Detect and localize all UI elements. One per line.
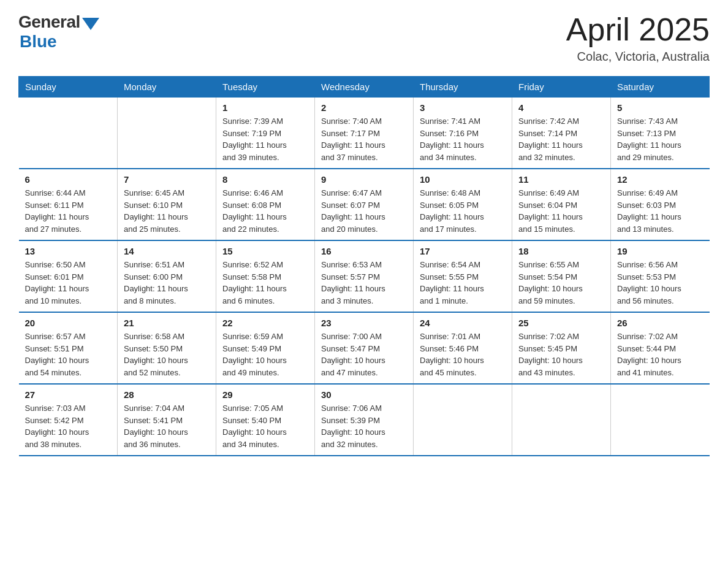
- calendar-cell: [414, 384, 512, 456]
- calendar-cell: [118, 98, 216, 169]
- day-of-week-header: Sunday: [19, 77, 118, 98]
- calendar-cell: 6Sunrise: 6:44 AM Sunset: 6:11 PM Daylig…: [19, 169, 118, 240]
- day-number: 28: [124, 389, 210, 400]
- day-number: 22: [222, 318, 308, 328]
- day-info: Sunrise: 7:02 AM Sunset: 5:45 PM Dayligh…: [518, 331, 604, 378]
- calendar-cell: 30Sunrise: 7:06 AM Sunset: 5:39 PM Dayli…: [315, 384, 414, 456]
- calendar-cell: 20Sunrise: 6:57 AM Sunset: 5:51 PM Dayli…: [19, 312, 118, 384]
- day-number: 16: [321, 246, 407, 256]
- day-number: 3: [420, 102, 506, 113]
- calendar-cell: 22Sunrise: 6:59 AM Sunset: 5:49 PM Dayli…: [216, 312, 315, 384]
- day-info: Sunrise: 6:45 AM Sunset: 6:10 PM Dayligh…: [124, 187, 210, 235]
- day-info: Sunrise: 7:00 AM Sunset: 5:47 PM Dayligh…: [321, 331, 407, 378]
- calendar-cell: [19, 98, 118, 169]
- day-info: Sunrise: 7:02 AM Sunset: 5:44 PM Dayligh…: [617, 331, 703, 378]
- calendar-cell: 16Sunrise: 6:53 AM Sunset: 5:57 PM Dayli…: [315, 240, 414, 312]
- day-info: Sunrise: 7:39 AM Sunset: 7:19 PM Dayligh…: [222, 115, 308, 163]
- day-number: 26: [617, 318, 703, 328]
- day-info: Sunrise: 6:53 AM Sunset: 5:57 PM Dayligh…: [321, 259, 407, 307]
- day-info: Sunrise: 6:44 AM Sunset: 6:11 PM Dayligh…: [25, 187, 112, 235]
- calendar-week-row: 1Sunrise: 7:39 AM Sunset: 7:19 PM Daylig…: [19, 98, 710, 169]
- month-title: April 2025: [566, 12, 710, 47]
- day-number: 6: [25, 174, 112, 185]
- calendar-table: SundayMondayTuesdayWednesdayThursdayFrid…: [18, 76, 710, 456]
- day-info: Sunrise: 7:40 AM Sunset: 7:17 PM Dayligh…: [321, 115, 407, 163]
- day-number: 15: [222, 246, 308, 256]
- logo: General Blue: [18, 12, 99, 52]
- day-of-week-header: Tuesday: [216, 77, 315, 98]
- title-block: April 2025 Colac, Victoria, Australia: [566, 12, 710, 64]
- day-number: 4: [518, 102, 604, 113]
- day-info: Sunrise: 6:52 AM Sunset: 5:58 PM Dayligh…: [222, 259, 308, 307]
- calendar-cell: 5Sunrise: 7:43 AM Sunset: 7:13 PM Daylig…: [611, 98, 710, 169]
- calendar-cell: 10Sunrise: 6:48 AM Sunset: 6:05 PM Dayli…: [414, 169, 512, 240]
- day-info: Sunrise: 7:43 AM Sunset: 7:13 PM Dayligh…: [617, 115, 703, 163]
- day-of-week-header: Monday: [118, 77, 216, 98]
- day-number: 19: [617, 246, 703, 256]
- calendar-cell: 15Sunrise: 6:52 AM Sunset: 5:58 PM Dayli…: [216, 240, 315, 312]
- calendar-cell: 12Sunrise: 6:49 AM Sunset: 6:03 PM Dayli…: [611, 169, 710, 240]
- calendar-cell: 19Sunrise: 6:56 AM Sunset: 5:53 PM Dayli…: [611, 240, 710, 312]
- calendar-cell: 11Sunrise: 6:49 AM Sunset: 6:04 PM Dayli…: [512, 169, 611, 240]
- calendar-cell: 7Sunrise: 6:45 AM Sunset: 6:10 PM Daylig…: [118, 169, 216, 240]
- calendar-header-row: SundayMondayTuesdayWednesdayThursdayFrid…: [19, 77, 710, 98]
- day-of-week-header: Wednesday: [315, 77, 414, 98]
- day-info: Sunrise: 6:50 AM Sunset: 6:01 PM Dayligh…: [25, 259, 112, 307]
- day-info: Sunrise: 6:48 AM Sunset: 6:05 PM Dayligh…: [420, 187, 506, 235]
- day-number: 10: [420, 174, 506, 185]
- day-of-week-header: Friday: [512, 77, 611, 98]
- day-info: Sunrise: 7:06 AM Sunset: 5:39 PM Dayligh…: [321, 402, 407, 450]
- day-number: 5: [617, 102, 703, 113]
- day-of-week-header: Saturday: [611, 77, 710, 98]
- logo-general-text: General: [18, 12, 80, 32]
- day-number: 13: [25, 246, 112, 256]
- calendar-week-row: 27Sunrise: 7:03 AM Sunset: 5:42 PM Dayli…: [19, 384, 710, 456]
- day-info: Sunrise: 7:42 AM Sunset: 7:14 PM Dayligh…: [518, 115, 604, 163]
- day-number: 21: [124, 318, 210, 328]
- calendar-cell: 1Sunrise: 7:39 AM Sunset: 7:19 PM Daylig…: [216, 98, 315, 169]
- location-title: Colac, Victoria, Australia: [566, 50, 710, 64]
- logo-arrow-icon: [82, 18, 99, 30]
- day-info: Sunrise: 7:05 AM Sunset: 5:40 PM Dayligh…: [222, 402, 308, 450]
- calendar-cell: 3Sunrise: 7:41 AM Sunset: 7:16 PM Daylig…: [414, 98, 512, 169]
- day-number: 14: [124, 246, 210, 256]
- calendar-week-row: 20Sunrise: 6:57 AM Sunset: 5:51 PM Dayli…: [19, 312, 710, 384]
- calendar-cell: 17Sunrise: 6:54 AM Sunset: 5:55 PM Dayli…: [414, 240, 512, 312]
- day-number: 24: [420, 318, 506, 328]
- calendar-cell: 28Sunrise: 7:04 AM Sunset: 5:41 PM Dayli…: [118, 384, 216, 456]
- day-number: 18: [518, 246, 604, 256]
- day-number: 30: [321, 389, 407, 400]
- calendar-cell: [512, 384, 611, 456]
- calendar-cell: 2Sunrise: 7:40 AM Sunset: 7:17 PM Daylig…: [315, 98, 414, 169]
- day-number: 1: [222, 102, 308, 113]
- day-info: Sunrise: 6:49 AM Sunset: 6:04 PM Dayligh…: [518, 187, 604, 235]
- calendar-cell: [611, 384, 710, 456]
- day-info: Sunrise: 6:54 AM Sunset: 5:55 PM Dayligh…: [420, 259, 506, 307]
- logo-blue-text: Blue: [20, 32, 57, 52]
- calendar-cell: 9Sunrise: 6:47 AM Sunset: 6:07 PM Daylig…: [315, 169, 414, 240]
- day-number: 23: [321, 318, 407, 328]
- day-number: 2: [321, 102, 407, 113]
- calendar-cell: 13Sunrise: 6:50 AM Sunset: 6:01 PM Dayli…: [19, 240, 118, 312]
- day-info: Sunrise: 6:47 AM Sunset: 6:07 PM Dayligh…: [321, 187, 407, 235]
- day-info: Sunrise: 6:56 AM Sunset: 5:53 PM Dayligh…: [617, 259, 703, 307]
- day-number: 29: [222, 389, 308, 400]
- calendar-cell: 18Sunrise: 6:55 AM Sunset: 5:54 PM Dayli…: [512, 240, 611, 312]
- calendar-cell: 8Sunrise: 6:46 AM Sunset: 6:08 PM Daylig…: [216, 169, 315, 240]
- calendar-cell: 27Sunrise: 7:03 AM Sunset: 5:42 PM Dayli…: [19, 384, 118, 456]
- calendar-cell: 26Sunrise: 7:02 AM Sunset: 5:44 PM Dayli…: [611, 312, 710, 384]
- day-info: Sunrise: 6:51 AM Sunset: 6:00 PM Dayligh…: [124, 259, 210, 307]
- day-info: Sunrise: 7:03 AM Sunset: 5:42 PM Dayligh…: [25, 402, 112, 450]
- day-number: 25: [518, 318, 604, 328]
- day-info: Sunrise: 6:49 AM Sunset: 6:03 PM Dayligh…: [617, 187, 703, 235]
- day-number: 7: [124, 174, 210, 185]
- day-info: Sunrise: 6:58 AM Sunset: 5:50 PM Dayligh…: [124, 331, 210, 378]
- calendar-cell: 25Sunrise: 7:02 AM Sunset: 5:45 PM Dayli…: [512, 312, 611, 384]
- day-number: 17: [420, 246, 506, 256]
- day-number: 12: [617, 174, 703, 185]
- day-number: 9: [321, 174, 407, 185]
- day-number: 27: [25, 389, 112, 400]
- calendar-cell: 29Sunrise: 7:05 AM Sunset: 5:40 PM Dayli…: [216, 384, 315, 456]
- calendar-cell: 21Sunrise: 6:58 AM Sunset: 5:50 PM Dayli…: [118, 312, 216, 384]
- calendar-cell: 14Sunrise: 6:51 AM Sunset: 6:00 PM Dayli…: [118, 240, 216, 312]
